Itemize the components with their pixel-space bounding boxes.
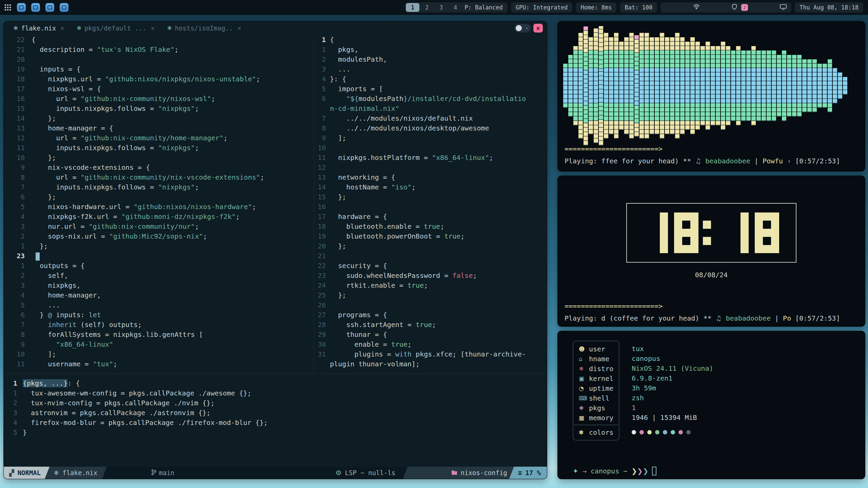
- bar-segment: [751, 68, 756, 103]
- line-number: 28: [314, 320, 330, 330]
- buffer-tab[interactable]: ❄hosts/isoImag..×: [161, 21, 247, 35]
- pkgs-default-pane[interactable]: 1{pkgs, ...}: {1 tux-awesome-wm-config =…: [4, 373, 547, 467]
- text-segment: sops-nix.url =: [32, 232, 109, 240]
- code-line: 20 };: [314, 241, 547, 251]
- text-segment: beabadoobee: [701, 157, 750, 165]
- code-text: nur.url = "github:nix-community/nur";: [32, 222, 199, 231]
- line-number: 21: [314, 251, 330, 261]
- system-tray[interactable]: ♪: [660, 2, 791, 13]
- close-icon[interactable]: ×: [151, 24, 155, 32]
- buffer-tab[interactable]: ❄pkgs/default ...×: [71, 21, 161, 35]
- close-icon[interactable]: ×: [237, 24, 241, 32]
- bar-segment: [665, 103, 669, 121]
- bar-segment: [614, 33, 618, 50]
- bar-segment: [650, 121, 654, 134]
- window-toggle-switch[interactable]: [514, 24, 531, 33]
- code-text: nixpkgs.url = "github:nixos/nixpkgs/nixo…: [32, 74, 260, 84]
- code-text: nixpkgs-f2k.url = "github:moni-dz/nixpkg…: [32, 212, 240, 222]
- code-text: "x86_64-linux": [32, 340, 113, 349]
- terminal-cursor: [652, 467, 656, 475]
- code-line: 7 inputs.nixpkgs.follows = "nixpkgs";: [4, 182, 313, 192]
- code-line: 11 nixpkgs.hostPlatform = "x86_64-linux"…: [314, 153, 547, 163]
- tag-button-4[interactable]: 4: [449, 3, 462, 12]
- code-text: ...: [330, 64, 350, 74]
- code-line: 1 pkgs,: [314, 45, 547, 55]
- text-segment: ${: [350, 95, 358, 103]
- line-number: 31: [314, 349, 330, 359]
- clock-cell: [682, 212, 690, 221]
- app-icon-1[interactable]: [17, 3, 26, 12]
- app-icon-3[interactable]: [45, 3, 54, 12]
- line-number: 13: [4, 123, 32, 133]
- clock-cell: [755, 237, 763, 245]
- text-segment: nixos-wsl = {: [32, 85, 101, 93]
- visualizer-bar: [741, 26, 746, 145]
- bar-segment: [589, 103, 593, 121]
- iso-config-pane[interactable]: 1{1 pkgs,2 modulesPath,3 ...4}: {5 impor…: [314, 35, 547, 373]
- bar-segment: [655, 50, 659, 68]
- line-number: 8: [314, 123, 330, 133]
- bar-segment: [690, 68, 695, 103]
- visualizer-bar: [716, 26, 720, 145]
- toggle-knob: [516, 25, 522, 31]
- bar-segment: [823, 68, 827, 103]
- text-segment: bluetooth.enable =: [330, 222, 424, 230]
- clock-cell: [771, 237, 779, 245]
- visualizer-bar: [604, 26, 608, 145]
- fetch-label: memory: [589, 414, 613, 422]
- bar-segment: [609, 50, 613, 68]
- editor-content: 22{21 description = "tux's NixOS Flake";…: [4, 35, 547, 467]
- visualizer-bar: [843, 26, 847, 145]
- clock-cell: [644, 229, 652, 237]
- flake-nix-pane[interactable]: 22{21 description = "tux's NixOS Flake";…: [4, 35, 313, 373]
- line-number: 26: [314, 300, 330, 310]
- bar-segment: [624, 121, 629, 134]
- buffer-tab[interactable]: ❄flake.nix×: [7, 21, 71, 35]
- tag-button-2[interactable]: 2: [420, 3, 434, 12]
- app-icon-4[interactable]: [60, 3, 68, 12]
- visualizer-bar: [675, 26, 679, 145]
- clock-cell: [763, 237, 771, 245]
- bar-segment: [695, 50, 700, 68]
- bar-segment: [660, 68, 664, 103]
- bar-segment: [685, 42, 690, 50]
- window-controls: ×: [514, 24, 543, 33]
- bar-segment: [680, 121, 685, 134]
- bar-segment: [660, 103, 664, 121]
- code-text: networking = {: [330, 172, 395, 182]
- tag-button-3[interactable]: 3: [434, 3, 448, 12]
- text-segment: ": [346, 95, 350, 103]
- bar-segment: [609, 37, 613, 50]
- app-icon-2[interactable]: [31, 3, 40, 12]
- code-text: nixpkgs.hostPlatform = "x86_64-linux";: [330, 153, 493, 163]
- close-icon[interactable]: ×: [60, 24, 64, 32]
- color-dot: [663, 430, 667, 434]
- tag-button-1[interactable]: 1: [406, 3, 419, 12]
- code-text: };: [32, 153, 56, 163]
- clock-cell: [755, 245, 763, 253]
- line-number: 1: [314, 35, 330, 45]
- tab-label: pkgs/default ...: [84, 24, 146, 32]
- app-glyph: [19, 5, 24, 9]
- clock-digit: [674, 212, 698, 253]
- fetch-label: colors: [589, 428, 613, 436]
- text-segment: ;: [260, 173, 264, 181]
- line-number: 23: [314, 271, 330, 281]
- text-segment: username =: [32, 360, 93, 368]
- clock-cell: [690, 221, 698, 229]
- visualizer-bar: [807, 26, 812, 145]
- bar-segment: [589, 37, 593, 50]
- bar-segment: [594, 50, 598, 68]
- window-close-button[interactable]: ×: [533, 24, 543, 33]
- clock-cell: [755, 221, 763, 229]
- shell-prompt[interactable]: ✦ → canopus ~ ❯❯❯: [573, 467, 656, 475]
- code-text: n-cd-minimal.nix": [330, 104, 399, 114]
- shield-icon: [704, 0, 737, 18]
- now-playing-line: Playing: ffee for your head) ** ♫ beabad…: [565, 157, 840, 165]
- clock-cell: [724, 212, 732, 221]
- text-segment: [0:57/2:53]: [791, 314, 840, 322]
- launcher-grid-icon[interactable]: [5, 4, 11, 11]
- code-line: 4 nixpkgs-f2k.url = "github:moni-dz/nixp…: [4, 212, 313, 222]
- clock-cell: [682, 237, 690, 245]
- text-segment: }: [32, 311, 48, 319]
